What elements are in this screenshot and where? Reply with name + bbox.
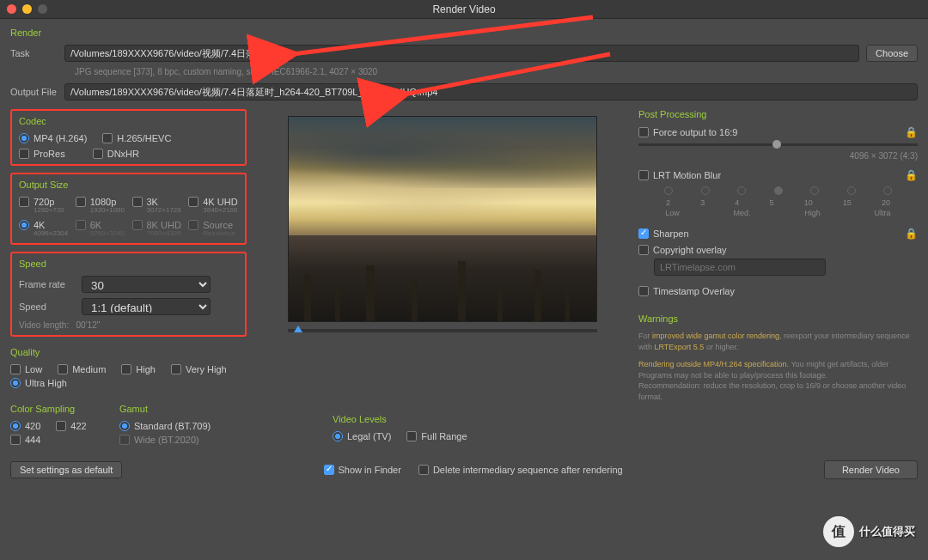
- scrub-slider[interactable]: [288, 329, 597, 332]
- quality-veryhigh[interactable]: Very High: [171, 364, 227, 374]
- quality-heading: Quality: [10, 347, 247, 357]
- size-4k[interactable]: 4K4096×2304: [19, 220, 69, 238]
- pp-heading: Post Processing: [638, 109, 918, 119]
- size-720p[interactable]: 720p1280×720: [19, 197, 69, 215]
- sharpen[interactable]: Sharpen: [638, 228, 689, 239]
- copyright-overlay[interactable]: Copyright overlay: [638, 245, 918, 255]
- lock-icon[interactable]: 🔒: [905, 126, 918, 138]
- show-in-finder[interactable]: Show in Finder: [324, 465, 401, 475]
- length-label: Video length:: [19, 320, 69, 330]
- framerate-label: Frame rate: [19, 279, 75, 289]
- set-defaults-button[interactable]: Set settings as default: [10, 461, 122, 478]
- codec-mp4[interactable]: MP4 (H.264): [19, 133, 87, 143]
- watermark-text: 什么值得买: [859, 524, 915, 539]
- codec-dnxhr[interactable]: DNxHR: [93, 149, 139, 159]
- speed-section: Speed Frame rate30 Speed1:1 (default) Vi…: [10, 252, 247, 337]
- close-icon[interactable]: [7, 4, 16, 14]
- sampling-444[interactable]: 444: [10, 435, 40, 445]
- sampling-heading: Color Sampling: [10, 404, 94, 414]
- framerate-select[interactable]: 30: [82, 276, 211, 293]
- zoom-icon[interactable]: [38, 4, 47, 14]
- lock-icon[interactable]: 🔒: [905, 228, 918, 240]
- levels-full[interactable]: Full Range: [406, 431, 467, 441]
- speed-select[interactable]: 1:1 (default): [82, 298, 211, 315]
- size-source[interactable]: SourceResolution: [188, 220, 238, 238]
- gamut-wide[interactable]: Wide (BT.2020): [119, 435, 199, 445]
- aspect-readout: 4096 × 3072 (4:3): [638, 151, 918, 161]
- window-title: Render Video: [432, 3, 495, 15]
- codec-hevc[interactable]: H.265/HEVC: [102, 133, 171, 143]
- sampling-422[interactable]: 422: [56, 421, 86, 431]
- task-subtext: JPG sequence [373], 8 bpc, custom naming…: [75, 67, 918, 76]
- speed-heading: Speed: [19, 259, 238, 269]
- titlebar: Render Video: [0, 0, 928, 19]
- force-169[interactable]: Force output to 16:9: [638, 127, 737, 137]
- render-video-button[interactable]: Render Video: [824, 460, 918, 479]
- motion-blur-options[interactable]: [664, 186, 892, 195]
- length-value: 00'12": [76, 320, 101, 330]
- minimize-icon[interactable]: [22, 4, 32, 14]
- copyright-field[interactable]: [654, 259, 826, 276]
- size-4kuhd[interactable]: 4K UHD3840×2160: [188, 197, 238, 215]
- speed-label: Speed: [19, 301, 75, 312]
- watermark-logo-icon: 值: [823, 516, 854, 547]
- timestamp-overlay[interactable]: Timestamp Overlay: [638, 286, 918, 296]
- aspect-slider[interactable]: [638, 143, 918, 146]
- render-heading: Render: [10, 27, 918, 38]
- gamut-standard[interactable]: Standard (BT.709): [119, 421, 211, 431]
- quality-ultrahigh[interactable]: Ultra High: [10, 378, 67, 388]
- traffic-lights: [7, 4, 47, 14]
- quality-high[interactable]: High: [121, 364, 156, 374]
- warnings-heading: Warnings: [638, 313, 918, 324]
- size-heading: Output Size: [19, 180, 238, 190]
- quality-medium[interactable]: Medium: [58, 364, 106, 374]
- task-field[interactable]: [64, 45, 859, 62]
- motion-blur[interactable]: LRT Motion Blur: [638, 170, 721, 180]
- warning-2: Rendering outside MP4/H.264 specificatio…: [638, 359, 918, 402]
- output-size-section: Output Size 720p1280×720 1080p1920×1080 …: [10, 173, 247, 245]
- output-label: Output File: [10, 87, 58, 97]
- codec-prores[interactable]: ProRes: [19, 149, 65, 159]
- watermark: 值 什么值得买: [823, 516, 915, 547]
- task-label: Task: [10, 48, 58, 58]
- size-1080p[interactable]: 1080p1920×1080: [76, 197, 125, 215]
- lock-icon[interactable]: 🔒: [905, 169, 918, 181]
- warning-1: For improved wide gamut color rendering,…: [638, 331, 918, 352]
- video-preview: [288, 116, 597, 322]
- choose-button[interactable]: Choose: [866, 45, 918, 62]
- levels-legal[interactable]: Legal (TV): [333, 431, 391, 441]
- gamut-heading: Gamut: [119, 404, 247, 414]
- codec-heading: Codec: [19, 116, 238, 126]
- size-8kuhd[interactable]: 8K UHD7680×4320: [132, 220, 182, 238]
- sampling-420[interactable]: 420: [10, 421, 40, 431]
- codec-section: Codec MP4 (H.264) H.265/HEVC ProRes DNxH…: [10, 109, 247, 166]
- output-field[interactable]: [64, 83, 918, 100]
- size-6k[interactable]: 6K5760×3240: [76, 220, 125, 238]
- quality-low[interactable]: Low: [10, 364, 42, 374]
- levels-heading: Video Levels: [333, 414, 467, 424]
- size-3k[interactable]: 3K3072×1728: [132, 197, 182, 215]
- delete-intermediary[interactable]: Delete intermediary sequence after rende…: [418, 465, 623, 475]
